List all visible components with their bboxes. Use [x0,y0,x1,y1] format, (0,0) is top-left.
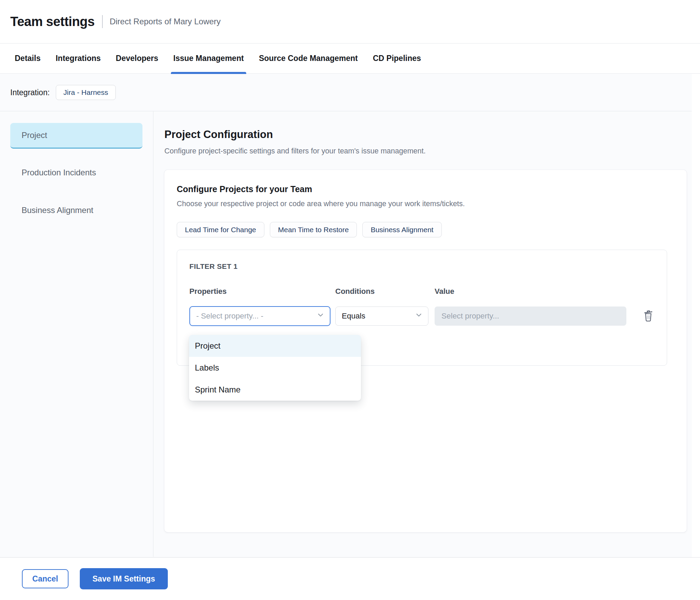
property-select[interactable]: - Select property... - [189,306,330,326]
integration-label: Integration: [10,88,50,97]
team-settings-page: Team settings Direct Reports of Mary Low… [0,0,700,600]
cancel-button[interactable]: Cancel [22,569,68,588]
filter-controls-row: - Select property... - Equals [189,306,667,326]
chevron-down-icon [415,311,423,321]
body-row: Project Production Incidents Business Al… [0,111,692,557]
pill-business-alignment[interactable]: Business Alignment [362,222,441,237]
dropdown-option-labels[interactable]: Labels [189,357,361,379]
integration-chip[interactable]: Jira - Harness [56,85,116,100]
dropdown-option-project[interactable]: Project [189,335,361,357]
tab-developers[interactable]: Developers [116,43,158,74]
condition-select-value: Equals [342,312,365,321]
section-description: Configure project-specific settings and … [164,147,692,155]
card-description: Choose your respective project or code a… [177,200,687,208]
dropdown-option-sprint-name[interactable]: Sprint Name [189,379,361,401]
save-im-settings-button[interactable]: Save IM Settings [80,568,168,589]
property-dropdown-menu: Project Labels Sprint Name [189,335,361,401]
integration-row: Integration: Jira - Harness [0,74,692,111]
pill-lead-time-for-change[interactable]: Lead Time for Change [177,222,264,237]
tab-integrations[interactable]: Integrations [55,43,101,74]
card-title: Configure Projects for your Team [177,184,687,194]
section-title: Project Configuration [164,128,692,141]
page-header: Team settings Direct Reports of Mary Low… [0,0,700,43]
filter-set-title: FILTER SET 1 [189,262,667,271]
tab-details[interactable]: Details [15,43,40,74]
trash-icon [643,309,654,323]
properties-column-label: Properties [189,287,330,296]
page-subtitle: Direct Reports of Mary Lowery [110,17,221,26]
settings-sidebar: Project Production Incidents Business Al… [0,111,153,557]
pill-mean-time-to-restore[interactable]: Mean Time to Restore [270,222,357,237]
sidebar-item-business-alignment[interactable]: Business Alignment [0,205,153,215]
sidebar-item-project[interactable]: Project [10,123,142,149]
sidebar-item-production-incidents[interactable]: Production Incidents [0,168,153,177]
tab-bar: Details Integrations Developers Issue Ma… [0,43,700,74]
tab-cd-pipelines[interactable]: CD Pipelines [373,43,421,74]
conditions-column-label: Conditions [335,287,428,296]
tab-issue-management[interactable]: Issue Management [173,43,244,74]
value-column-label: Value [435,287,626,296]
title-divider [102,15,103,28]
content-area: Integration: Jira - Harness Project Prod… [0,74,692,557]
chevron-down-icon [317,311,324,321]
delete-filter-button[interactable] [641,308,655,325]
condition-select[interactable]: Equals [335,307,428,326]
tab-source-code-management[interactable]: Source Code Management [259,43,358,74]
property-select-value: - Select property... - [196,312,263,321]
filter-column-labels: Properties Conditions Value [189,287,667,296]
main-panel: Project Configuration Configure project-… [153,111,692,557]
page-title: Team settings [10,14,95,29]
footer-bar: Cancel Save IM Settings [0,557,700,600]
metric-pill-row: Lead Time for Change Mean Time to Restor… [177,222,687,237]
value-input[interactable] [435,307,626,326]
